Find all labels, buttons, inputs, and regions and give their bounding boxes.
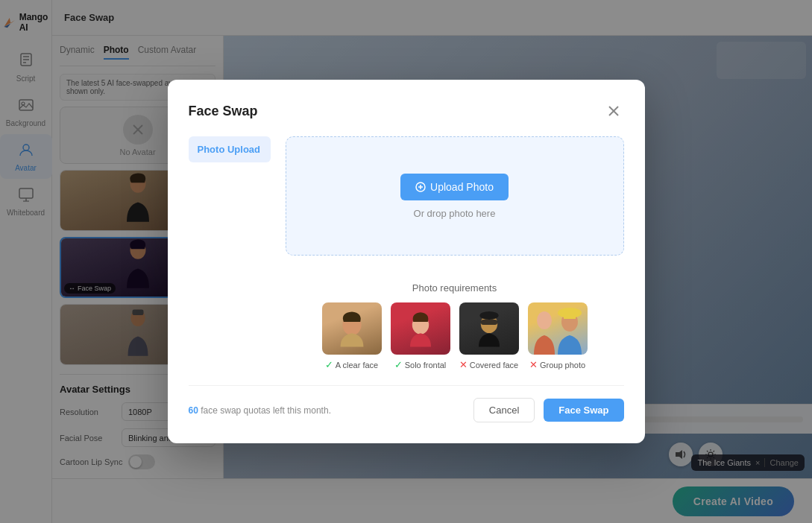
group-photo-figure (528, 302, 588, 355)
req-photo-solo-frontal-bg (391, 302, 450, 355)
req-photo-clear-face (322, 302, 382, 355)
req-covered-face: ✕ Covered face (459, 302, 519, 370)
modal-overlay[interactable]: Face Swap Photo Upload Upload Photo Or d… (0, 0, 812, 523)
requirements-title: Photo requirements (286, 282, 624, 294)
quota-info: 60 face swap quotas left this month. (189, 405, 465, 416)
svg-rect-33 (564, 313, 576, 319)
solo-frontal-figure (400, 302, 441, 355)
modal-body: Photo Upload Upload Photo Or drop photo … (189, 136, 624, 370)
req-group-photo: ✕ Group photo (528, 302, 588, 370)
modal-sidebar: Photo Upload (189, 136, 271, 370)
quota-count: 60 (189, 405, 198, 416)
face-swap-submit-button[interactable]: Face Swap (544, 399, 623, 422)
req-photo-group (528, 302, 588, 355)
upload-dropzone[interactable]: Upload Photo Or drop photo here (286, 136, 624, 256)
cancel-button[interactable]: Cancel (473, 398, 535, 422)
group-photo-cross-icon: ✕ (529, 359, 538, 370)
covered-face-text: Covered face (470, 361, 518, 370)
face-swap-modal: Face Swap Photo Upload Upload Photo Or d… (168, 80, 645, 443)
svg-point-29 (479, 311, 498, 320)
modal-close-button[interactable] (603, 101, 624, 121)
solo-frontal-text: Solo frontal (405, 361, 447, 370)
modal-footer: 60 face swap quotas left this month. Can… (189, 385, 624, 422)
upload-button-label: Upload Photo (430, 181, 494, 193)
req-group-photo-label: ✕ Group photo (529, 359, 585, 370)
modal-title: Face Swap (189, 104, 258, 119)
upload-icon (415, 182, 426, 192)
modal-header: Face Swap (189, 101, 624, 121)
clear-face-text: A clear face (336, 361, 378, 370)
req-photo-solo-frontal (391, 302, 450, 355)
req-photo-covered-face (459, 302, 519, 355)
clear-face-figure (331, 302, 373, 355)
req-clear-face: ✓ A clear face (322, 302, 382, 370)
req-solo-frontal: ✓ Solo frontal (391, 302, 450, 370)
quota-text-label: face swap quotas left this month. (201, 405, 331, 416)
modal-main: Upload Photo Or drop photo here Photo re… (286, 136, 624, 370)
clear-face-check-icon: ✓ (325, 359, 333, 370)
group-photo-text: Group photo (540, 361, 585, 370)
req-solo-frontal-label: ✓ Solo frontal (394, 359, 447, 370)
req-photo-covered-face-bg (459, 302, 519, 355)
req-photo-clear-face-bg (322, 302, 382, 355)
photo-requirements: Photo requirements (286, 282, 624, 370)
photo-upload-tab[interactable]: Photo Upload (189, 136, 271, 162)
upload-photo-button[interactable]: Upload Photo (400, 174, 509, 200)
covered-face-cross-icon: ✕ (459, 359, 468, 370)
requirements-grid: ✓ A clear face (286, 302, 624, 370)
svg-point-30 (537, 311, 552, 329)
covered-face-figure (468, 302, 510, 355)
upload-hint: Or drop photo here (414, 208, 496, 219)
req-photo-group-bg (528, 302, 588, 355)
modal-close-icon (608, 105, 620, 117)
req-clear-face-label: ✓ A clear face (325, 359, 378, 370)
svg-rect-28 (480, 320, 497, 325)
solo-frontal-check-icon: ✓ (394, 359, 403, 370)
req-covered-face-label: ✕ Covered face (459, 359, 518, 370)
